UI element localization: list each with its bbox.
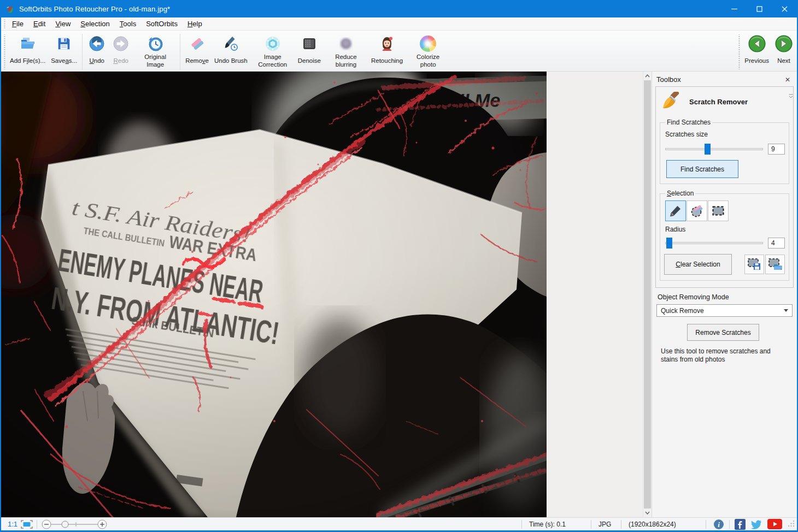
save-as-button[interactable]: Save as... bbox=[48, 33, 80, 69]
toolbar-separator bbox=[180, 34, 180, 70]
radius-slider[interactable] bbox=[665, 238, 763, 249]
scratches-size-slider[interactable] bbox=[665, 144, 763, 155]
svg-text:i: i bbox=[718, 520, 720, 528]
file-format: JPG bbox=[595, 521, 617, 528]
toolbar-grip[interactable] bbox=[3, 34, 6, 69]
pencil-select-tool-button[interactable] bbox=[665, 200, 686, 221]
close-button[interactable] bbox=[772, 0, 797, 17]
find-scratches-legend: Find Scratches bbox=[665, 119, 712, 126]
canvas-empty-area bbox=[547, 72, 643, 517]
twitter-icon[interactable] bbox=[750, 519, 763, 530]
object-removing-mode-label: Object Removing Mode bbox=[658, 293, 793, 301]
next-icon bbox=[774, 34, 793, 54]
processing-time: Time (s): 0.1 bbox=[526, 521, 587, 528]
toolbox-title: Toolbox bbox=[656, 75, 681, 84]
add-files-button[interactable]: Add File(s)... bbox=[7, 33, 48, 69]
object-removing-mode-dropdown[interactable]: Quick Remove bbox=[656, 304, 793, 317]
selection-group: Selection bbox=[660, 190, 789, 281]
previous-button[interactable]: Previous bbox=[742, 33, 772, 69]
vertical-scrollbar[interactable] bbox=[643, 72, 652, 517]
save-selection-button[interactable] bbox=[744, 255, 764, 274]
find-scratches-button[interactable]: Find Scratches bbox=[666, 160, 738, 178]
fit-to-screen-button[interactable] bbox=[21, 520, 33, 529]
menu-file[interactable]: File bbox=[7, 18, 28, 29]
scratch-remover-box: Scratch Remover Find Scratches Scratches… bbox=[655, 86, 794, 288]
menu-grip[interactable] bbox=[3, 19, 6, 28]
scrollbar-thumb[interactable] bbox=[644, 80, 651, 509]
undo-brush-icon bbox=[222, 34, 239, 54]
colorize-photo-button[interactable]: Colorize photo bbox=[406, 33, 450, 69]
scratches-size-label: Scratches size bbox=[665, 131, 785, 138]
tool-title: Scratch Remover bbox=[689, 98, 748, 106]
menu-selection[interactable]: Selection bbox=[75, 18, 114, 29]
scratches-size-slider-thumb[interactable] bbox=[705, 144, 711, 155]
app-logo-icon bbox=[5, 4, 15, 14]
undo-brush-button[interactable]: Undo Brush bbox=[212, 33, 250, 69]
menu-edit[interactable]: Edit bbox=[28, 18, 50, 29]
toolbox-panel: Toolbox ✕ Scratch Remover bbox=[652, 72, 797, 517]
remove-scratches-button[interactable]: Remove Scratches bbox=[687, 324, 759, 341]
zoom-slider[interactable] bbox=[41, 519, 108, 530]
radius-slider-thumb[interactable] bbox=[666, 238, 672, 249]
gem-icon bbox=[264, 34, 281, 54]
scroll-up-icon[interactable] bbox=[643, 72, 652, 80]
save-icon bbox=[56, 34, 72, 54]
next-button[interactable]: Next bbox=[772, 33, 796, 69]
colorize-icon bbox=[420, 34, 436, 54]
redo-button[interactable]: Redo bbox=[109, 33, 133, 69]
facebook-icon[interactable] bbox=[735, 519, 746, 530]
photo-vignette bbox=[1, 72, 547, 517]
rectangle-select-tool-button[interactable] bbox=[708, 200, 729, 221]
toolbar: Add File(s)... Save as... bbox=[1, 31, 797, 72]
toolbar-separator bbox=[82, 34, 83, 70]
maximize-button[interactable] bbox=[747, 0, 772, 17]
menu-bar: File Edit View Selection Tools SoftOrbit… bbox=[1, 17, 797, 31]
redo-icon bbox=[112, 34, 130, 54]
retouching-icon bbox=[378, 34, 396, 54]
denoise-icon bbox=[301, 34, 318, 54]
chevron-down-icon bbox=[784, 309, 788, 312]
eraser-icon bbox=[189, 34, 206, 54]
load-selection-button[interactable] bbox=[765, 255, 785, 274]
add-files-icon bbox=[19, 34, 37, 54]
menu-view[interactable]: View bbox=[50, 18, 75, 29]
undo-button[interactable]: Undo bbox=[85, 33, 109, 69]
toolbar-grip-right[interactable] bbox=[738, 34, 741, 69]
radius-value[interactable]: 4 bbox=[768, 238, 785, 249]
resize-grip[interactable] bbox=[788, 520, 795, 529]
scroll-down-icon[interactable] bbox=[643, 509, 652, 517]
scratches-size-value[interactable]: 9 bbox=[768, 144, 785, 155]
image-correction-button[interactable]: Image Correction bbox=[250, 33, 295, 69]
image-dimensions: (1920x1862x24) bbox=[625, 521, 702, 528]
photo-canvas[interactable]: Retail Me t S. bbox=[1, 72, 547, 517]
previous-icon bbox=[748, 34, 766, 54]
brush-icon bbox=[661, 92, 682, 112]
original-image-icon bbox=[146, 34, 164, 54]
undo-icon bbox=[88, 34, 105, 54]
toolbar-overflow-icon[interactable] bbox=[788, 92, 794, 102]
title-bar: SoftOrbits Photo Retoucher Pro - old-man… bbox=[1, 0, 797, 17]
minimize-button[interactable] bbox=[721, 0, 747, 17]
info-icon[interactable]: i bbox=[713, 519, 724, 530]
menu-softorbits[interactable]: SoftOrbits bbox=[141, 18, 183, 29]
retouching-button[interactable]: Retouching bbox=[368, 33, 406, 69]
selection-legend: Selection bbox=[665, 190, 695, 197]
canvas-area: Retail Me t S. bbox=[1, 72, 643, 517]
tool-help-text: Use this tool to remove scratches and st… bbox=[661, 347, 788, 364]
menu-tools[interactable]: Tools bbox=[115, 18, 141, 29]
reduce-blurring-button[interactable]: Reduce blurring bbox=[324, 33, 368, 69]
dropdown-value: Quick Remove bbox=[661, 307, 704, 315]
original-image-button[interactable]: Original Image bbox=[133, 33, 178, 69]
status-bar: 1:1 Time (s): 0.1 JPG (19 bbox=[1, 517, 797, 530]
zoom-ratio-button[interactable]: 1:1 bbox=[8, 520, 17, 528]
blur-icon bbox=[337, 34, 355, 54]
menu-help[interactable]: Help bbox=[183, 18, 207, 29]
denoise-button[interactable]: Denoise bbox=[295, 33, 324, 69]
radius-label: Radius bbox=[665, 226, 785, 233]
clear-selection-button[interactable]: Clear Selection bbox=[664, 254, 732, 275]
find-scratches-group: Find Scratches Scratches size 9 Find Scr… bbox=[660, 119, 789, 184]
eraser-select-tool-button[interactable] bbox=[686, 200, 707, 221]
remove-button[interactable]: Remove bbox=[183, 33, 212, 69]
toolbox-close-icon[interactable]: ✕ bbox=[783, 76, 793, 84]
youtube-icon[interactable] bbox=[767, 519, 782, 529]
